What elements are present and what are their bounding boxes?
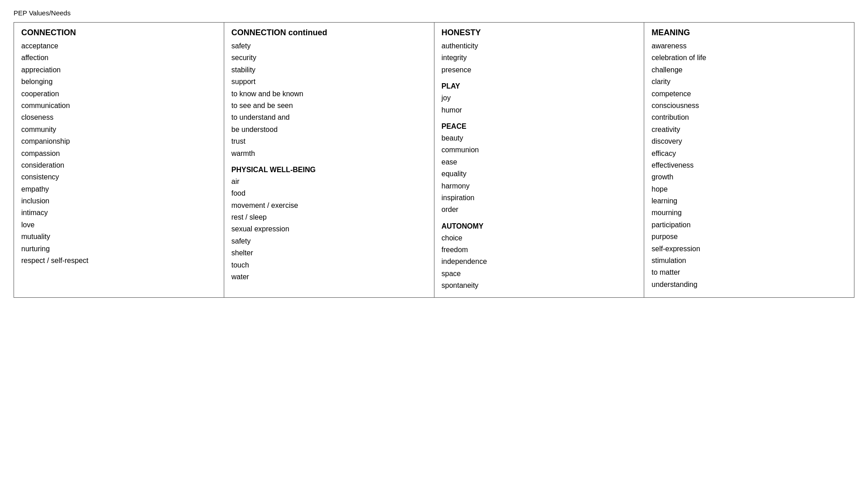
list-item: inspiration <box>442 192 637 204</box>
list-item: self-expression <box>651 243 847 255</box>
sub-header: PEACE <box>442 122 637 131</box>
list-item: celebration of life <box>651 52 847 64</box>
list-item: space <box>442 268 637 280</box>
list-item: empathy <box>21 183 217 195</box>
list-item: communion <box>442 144 637 156</box>
list-item: support <box>231 76 427 88</box>
list-item: appreciation <box>21 64 217 76</box>
list-item: companionship <box>21 136 217 147</box>
list-item: presence <box>442 64 637 76</box>
col-header-meaning: MEANING <box>651 28 847 38</box>
list-item: order <box>442 204 637 216</box>
list-item: movement / exercise <box>231 200 427 211</box>
col-header-connection-continued: CONNECTION continued <box>231 28 427 38</box>
list-item: awareness <box>651 40 847 52</box>
list-item: inclusion <box>21 195 217 207</box>
list-item: consciousness <box>651 100 847 112</box>
list-item: consideration <box>21 160 217 171</box>
list-item: closeness <box>21 112 217 123</box>
list-item: mourning <box>651 207 847 219</box>
list-item: stimulation <box>651 255 847 267</box>
table: CONNECTIONacceptanceaffectionappreciatio… <box>14 22 854 298</box>
list-item: community <box>21 124 217 136</box>
list-item: safety <box>231 235 427 247</box>
list-item: harmony <box>442 180 637 192</box>
list-item: respect / self-respect <box>21 255 217 267</box>
sub-header: AUTONOMY <box>442 222 637 230</box>
list-item: touch <box>231 259 427 271</box>
list-item: authenticity <box>442 40 637 52</box>
column-meaning: MEANINGawarenesscelebration of lifechall… <box>644 23 854 297</box>
page-title: PEP Values/Needs <box>14 9 854 17</box>
list-item: equality <box>442 168 637 180</box>
list-item: understanding <box>651 279 847 291</box>
col-header-connection: CONNECTION <box>21 28 217 38</box>
list-item: ease <box>442 156 637 168</box>
list-item: effectiveness <box>651 160 847 171</box>
list-item: love <box>21 219 217 231</box>
list-item: competence <box>651 88 847 100</box>
list-item: choice <box>442 232 637 244</box>
list-item: be understood <box>231 124 427 136</box>
list-item: sexual expression <box>231 223 427 235</box>
list-item: water <box>231 271 427 283</box>
column-connection-continued: CONNECTION continuedsafetysecuritystabil… <box>224 23 434 297</box>
list-item: safety <box>231 40 427 52</box>
list-item: warmth <box>231 148 427 160</box>
list-item: nurturing <box>21 243 217 255</box>
list-item: intimacy <box>21 207 217 219</box>
list-item: affection <box>21 52 217 64</box>
sub-header: PHYSICAL WELL-BEING <box>231 166 427 174</box>
col-header-honesty: HONESTY <box>442 28 637 38</box>
list-item: belonging <box>21 76 217 88</box>
list-item: independence <box>442 256 637 267</box>
list-item: challenge <box>651 64 847 76</box>
sub-header: PLAY <box>442 82 637 90</box>
list-item: freedom <box>442 244 637 256</box>
column-honesty: HONESTYauthenticityintegritypresencePLAY… <box>434 23 645 297</box>
list-item: to understand and <box>231 112 427 123</box>
list-item: humor <box>442 104 637 116</box>
list-item: to matter <box>651 267 847 278</box>
list-item: creativity <box>651 124 847 136</box>
list-item: trust <box>231 136 427 147</box>
list-item: mutuality <box>21 231 217 243</box>
list-item: acceptance <box>21 40 217 52</box>
list-item: discovery <box>651 136 847 147</box>
list-item: to know and be known <box>231 88 427 100</box>
list-item: integrity <box>442 52 637 64</box>
list-item: food <box>231 188 427 199</box>
list-item: beauty <box>442 132 637 144</box>
list-item: compassion <box>21 148 217 160</box>
list-item: learning <box>651 195 847 207</box>
list-item: stability <box>231 64 427 76</box>
list-item: contribution <box>651 112 847 123</box>
list-item: rest / sleep <box>231 211 427 223</box>
column-connection: CONNECTIONacceptanceaffectionappreciatio… <box>14 23 224 297</box>
list-item: security <box>231 52 427 64</box>
list-item: efficacy <box>651 148 847 160</box>
list-item: communication <box>21 100 217 112</box>
list-item: spontaneity <box>442 280 637 291</box>
list-item: clarity <box>651 76 847 88</box>
list-item: cooperation <box>21 88 217 100</box>
list-item: joy <box>442 92 637 104</box>
list-item: consistency <box>21 171 217 183</box>
list-item: air <box>231 176 427 188</box>
list-item: purpose <box>651 231 847 243</box>
list-item: hope <box>651 183 847 195</box>
list-item: participation <box>651 219 847 231</box>
list-item: to see and be seen <box>231 100 427 112</box>
list-item: growth <box>651 171 847 183</box>
list-item: shelter <box>231 247 427 259</box>
